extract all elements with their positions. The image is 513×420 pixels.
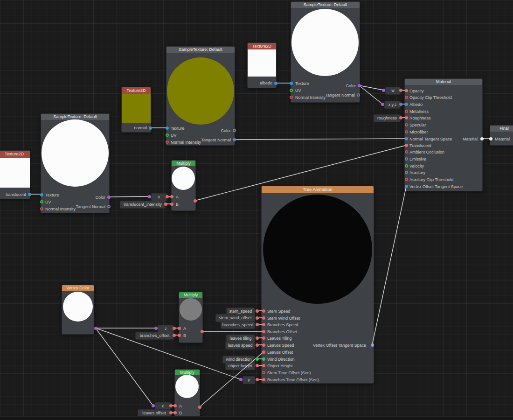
port-leaves-offset-in[interactable]	[262, 350, 265, 354]
param-branches-offset[interactable]: branches_offset	[135, 332, 174, 340]
port-param-in[interactable]	[382, 89, 385, 92]
node-header[interactable]: Multiply	[179, 292, 202, 298]
port-texture-in[interactable]	[290, 82, 293, 85]
bottom-scrollbar[interactable]	[0, 416, 513, 420]
port-leaves-tiling-in[interactable]	[262, 336, 265, 340]
port-leaves-speed-in[interactable]	[262, 343, 265, 347]
node-texture2d-normal[interactable]: Texture2D normal	[121, 87, 151, 133]
port-texture-in[interactable]	[40, 193, 43, 196]
port-branches-time-offset-in[interactable]	[262, 378, 265, 381]
port-color-out[interactable]	[233, 129, 236, 132]
port-param-in[interactable]	[152, 404, 155, 407]
port-uv-in[interactable]	[166, 133, 169, 137]
port-param-out[interactable]	[256, 316, 259, 320]
param-leaves-speed[interactable]: leaves speed	[225, 342, 255, 350]
port-param-in[interactable]	[381, 103, 384, 106]
port-ambient-occlusion-in[interactable]	[405, 150, 408, 154]
port-tangent-normal-out[interactable]	[107, 205, 111, 208]
node-sampletexture-mid[interactable]: SampleTexture: Default Texture UV Normal…	[166, 46, 235, 146]
port-param-out[interactable]	[399, 89, 402, 92]
node-header[interactable]: Multiply	[172, 161, 195, 166]
port-velocity-in[interactable]	[405, 164, 408, 168]
port-param-out[interactable]	[173, 334, 176, 337]
port-normal-intensity-in[interactable]	[40, 207, 43, 210]
param-roughness[interactable]: roughness	[374, 114, 401, 122]
node-texture2d-translucent[interactable]: Texture2D translucent	[0, 150, 30, 199]
port-branches-speed-in[interactable]	[262, 323, 265, 326]
port-multiply-b-in[interactable]	[178, 334, 181, 337]
port-vertex-offset-in[interactable]	[405, 185, 408, 188]
param-w[interactable]: w	[385, 87, 401, 95]
port-multiply-a-in[interactable]	[173, 404, 177, 407]
port-albedo-in[interactable]	[405, 103, 408, 106]
port-multiply-a-in[interactable]	[170, 195, 173, 198]
node-header[interactable]: Texture2D	[0, 151, 30, 158]
port-param-out[interactable]	[169, 411, 173, 414]
param-y[interactable]: y	[243, 376, 255, 384]
port-specular-in[interactable]	[405, 123, 408, 126]
port-normal-tangent-in[interactable]	[405, 137, 408, 140]
node-header[interactable]: SampleTexture: Default	[291, 2, 360, 8]
param-x-translucent[interactable]: x	[151, 193, 167, 201]
port-param-out[interactable]	[164, 203, 167, 206]
port-param-in[interactable]	[239, 378, 243, 381]
port-param-out[interactable]	[399, 103, 402, 106]
port-param-out[interactable]	[173, 327, 176, 330]
port-param-out[interactable]	[169, 404, 173, 407]
node-header[interactable]: SampleTexture: Default	[166, 47, 235, 53]
port-object-height-in[interactable]	[262, 364, 265, 367]
port-param-out[interactable]	[256, 323, 259, 326]
node-vertex-color[interactable]: Vertex Color	[62, 285, 94, 335]
node-multiply-top[interactable]: Multiply A B	[171, 160, 196, 211]
port-color-out[interactable]	[358, 84, 361, 87]
param-object-height[interactable]: object height	[225, 362, 255, 370]
port-opacity-in[interactable]	[405, 89, 408, 92]
node-multiply-mid[interactable]: Multiply A B	[179, 292, 203, 343]
port-multiply-out[interactable]	[194, 199, 197, 203]
port-param-out[interactable]	[256, 336, 259, 340]
port-branches-offset-in[interactable]	[262, 330, 265, 333]
port-vertex-color-out[interactable]	[94, 327, 97, 330]
node-tree-animation[interactable]: Tree Animation Stem Speed Stem Wind Offs…	[261, 186, 374, 384]
port-metalness-in[interactable]	[405, 110, 408, 113]
node-header[interactable]: Tree Animation	[262, 186, 374, 193]
port-texture-in[interactable]	[166, 126, 169, 130]
port-normal-out[interactable]	[149, 126, 152, 130]
port-wind-direction-in[interactable]	[262, 357, 265, 361]
port-vertex-offset-out[interactable]	[371, 343, 374, 347]
node-header[interactable]: Texture2D	[122, 87, 151, 94]
port-multiply-b-in[interactable]	[170, 203, 173, 206]
port-stem-wind-offset-in[interactable]	[262, 316, 265, 320]
param-translucent-intensity[interactable]: translucent_intensity	[120, 201, 166, 209]
port-auxiliary-clip-in[interactable]	[405, 178, 408, 181]
port-param-out[interactable]	[256, 357, 259, 361]
node-sampletexture-left[interactable]: SampleTexture: Default Texture UV Normal…	[41, 113, 110, 213]
port-translucent-out[interactable]	[28, 193, 31, 196]
node-header[interactable]: Vertex Color	[62, 285, 94, 291]
node-final[interactable]: Final Material	[490, 125, 513, 146]
port-tangent-normal-out[interactable]	[233, 138, 236, 141]
port-normal-intensity-in[interactable]	[166, 140, 169, 144]
node-sampletexture-top[interactable]: SampleTexture: Default Texture UV Normal…	[291, 1, 360, 103]
port-multiply-a-in[interactable]	[178, 327, 181, 330]
port-multiply-out[interactable]	[201, 330, 204, 333]
port-albedo-out[interactable]	[274, 82, 277, 85]
port-normal-intensity-in[interactable]	[290, 96, 293, 99]
port-microfiber-in[interactable]	[405, 130, 408, 133]
port-stem-speed-in[interactable]	[262, 309, 265, 313]
port-translucent-in[interactable]	[405, 144, 408, 147]
port-final-material-in[interactable]	[489, 137, 492, 140]
port-multiply-b-in[interactable]	[173, 411, 177, 414]
port-param-in[interactable]	[154, 327, 158, 330]
port-tangent-normal-out[interactable]	[357, 93, 360, 97]
port-param-out[interactable]	[256, 378, 259, 381]
node-header[interactable]: Final	[490, 126, 513, 132]
port-stem-time-offset-in[interactable]	[262, 371, 265, 374]
port-uv-in[interactable]	[290, 89, 293, 92]
port-material-out[interactable]	[480, 137, 484, 140]
node-header[interactable]: Material	[405, 79, 482, 85]
param-xyz[interactable]: x,y,z	[384, 101, 401, 109]
node-graph-canvas[interactable]: Texture2D translucent SampleTexture: Def…	[0, 0, 513, 420]
param-branches-speed[interactable]: branches_speed	[221, 321, 255, 329]
port-param-out[interactable]	[399, 116, 402, 119]
